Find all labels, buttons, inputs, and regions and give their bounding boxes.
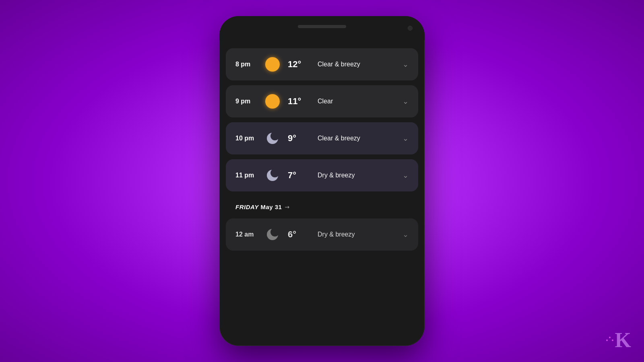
time-label-8pm: 8 pm: [235, 61, 264, 68]
svg-point-5: [270, 228, 279, 237]
weather-icon-9pm: [264, 93, 281, 109]
weather-row-12am[interactable]: 12 am 6° Dry & breezy ⌄: [226, 218, 418, 251]
sun-icon-9pm: [265, 94, 280, 109]
moon-icon-10pm: [265, 131, 280, 146]
temp-label-8pm: 12°: [288, 59, 312, 70]
chevron-icon-12am: ⌄: [402, 230, 409, 239]
condition-label-9pm: Clear: [318, 98, 402, 105]
weather-row-11pm[interactable]: 11 pm 7° Dry & breezy ⌄: [226, 159, 418, 191]
weather-icon-11pm: [264, 167, 281, 183]
temp-label-9pm: 11°: [288, 96, 312, 107]
camera-dot: [408, 26, 413, 31]
wm-dot-2: [609, 337, 611, 338]
weather-row-10pm[interactable]: 10 pm 9° Clear & breezy ⌄: [226, 122, 418, 154]
phone-frame: 8 pm 12° Clear & breezy ⌄ 9 pm 11° Clear…: [219, 16, 425, 346]
condition-label-8pm: Clear & breezy: [318, 61, 402, 68]
chevron-icon-9pm: ⌄: [402, 97, 409, 106]
condition-label-10pm: Clear & breezy: [318, 135, 402, 142]
wm-dot-9: [612, 342, 613, 344]
section-day-label: FRIDAY May 31: [235, 204, 282, 210]
time-label-11pm: 11 pm: [235, 172, 264, 179]
moon-icon-11pm: [265, 168, 280, 183]
watermark-letter: K: [615, 330, 631, 351]
weather-icon-10pm: [264, 130, 281, 146]
wm-dot-8: [609, 342, 611, 344]
condition-label-12am: Dry & breezy: [318, 231, 402, 238]
wm-dot-4: [606, 339, 608, 341]
weather-row-9pm[interactable]: 9 pm 11° Clear ⌄: [226, 85, 418, 117]
svg-point-3: [270, 169, 279, 177]
section-header-friday: FRIDAY May 31 ↗: [226, 196, 418, 214]
temp-label-10pm: 9°: [288, 133, 312, 144]
wm-dot-7: [606, 342, 608, 344]
wm-dot-1: [606, 337, 608, 338]
time-label-10pm: 10 pm: [235, 135, 264, 142]
phone-top-bar: [219, 16, 425, 40]
svg-point-1: [270, 132, 279, 140]
phone-content: 8 pm 12° Clear & breezy ⌄ 9 pm 11° Clear…: [219, 48, 425, 251]
chevron-icon-8pm: ⌄: [402, 60, 409, 69]
time-label-9pm: 9 pm: [235, 98, 264, 105]
wm-dot-3: [612, 337, 613, 338]
expand-icon: ↗: [284, 203, 292, 211]
watermark-dots: [606, 337, 613, 344]
wm-dot-6: [612, 339, 613, 341]
weather-row-8pm[interactable]: 8 pm 12° Clear & breezy ⌄: [226, 48, 418, 80]
chevron-icon-11pm: ⌄: [402, 171, 409, 180]
chevron-icon-10pm: ⌄: [402, 134, 409, 143]
wm-dot-5: [609, 339, 611, 341]
moon-icon-12am: [265, 227, 280, 242]
watermark: K: [606, 330, 631, 351]
condition-label-11pm: Dry & breezy: [318, 172, 402, 179]
time-label-12am: 12 am: [235, 231, 264, 238]
weather-icon-12am: [264, 226, 281, 243]
sun-icon-8pm: [265, 57, 280, 72]
temp-label-11pm: 7°: [288, 170, 312, 181]
temp-label-12am: 6°: [288, 229, 312, 240]
weather-icon-8pm: [264, 56, 281, 72]
